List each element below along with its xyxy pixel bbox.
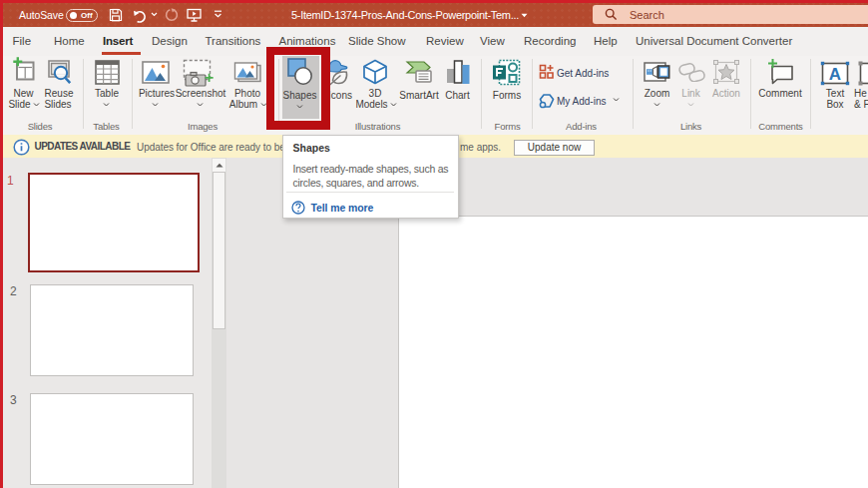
svg-text:A: A [829, 65, 841, 84]
